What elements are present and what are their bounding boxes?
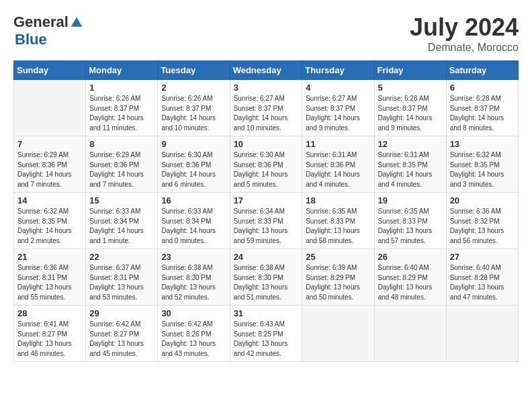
- day-number: 22: [89, 252, 154, 262]
- calendar-cell: 21Sunrise: 6:36 AM Sunset: 8:31 PM Dayli…: [14, 249, 86, 306]
- day-header-friday: Friday: [374, 61, 446, 80]
- title-block: July 2024 Demnate, Morocco: [410, 13, 519, 54]
- calendar-cell: 14Sunrise: 6:32 AM Sunset: 8:35 PM Dayli…: [14, 193, 86, 249]
- day-number: 9: [161, 139, 226, 149]
- calendar-cell: 3Sunrise: 6:27 AM Sunset: 8:37 PM Daylig…: [230, 80, 302, 136]
- day-number: 27: [450, 252, 515, 262]
- day-info: Sunrise: 6:33 AM Sunset: 8:34 PM Dayligh…: [89, 207, 154, 246]
- day-number: 18: [306, 195, 370, 205]
- day-number: 12: [378, 139, 443, 149]
- calendar-cell: 18Sunrise: 6:35 AM Sunset: 8:33 PM Dayli…: [302, 193, 374, 249]
- day-number: 14: [17, 195, 82, 205]
- day-info: Sunrise: 6:33 AM Sunset: 8:34 PM Dayligh…: [161, 207, 226, 246]
- day-number: 21: [17, 252, 82, 262]
- calendar-cell: 17Sunrise: 6:34 AM Sunset: 8:33 PM Dayli…: [230, 193, 302, 249]
- day-info: Sunrise: 6:42 AM Sunset: 8:26 PM Dayligh…: [161, 320, 226, 359]
- day-info: Sunrise: 6:36 AM Sunset: 8:32 PM Dayligh…: [450, 207, 515, 246]
- calendar-cell: 28Sunrise: 6:41 AM Sunset: 8:27 PM Dayli…: [14, 306, 86, 362]
- calendar-week-3: 14Sunrise: 6:32 AM Sunset: 8:35 PM Dayli…: [14, 193, 519, 249]
- day-info: Sunrise: 6:35 AM Sunset: 8:33 PM Dayligh…: [306, 207, 370, 246]
- calendar-cell: 23Sunrise: 6:38 AM Sunset: 8:30 PM Dayli…: [158, 249, 230, 306]
- day-number: 30: [161, 308, 226, 318]
- day-number: 2: [161, 83, 226, 93]
- day-info: Sunrise: 6:38 AM Sunset: 8:30 PM Dayligh…: [234, 263, 299, 302]
- day-info: Sunrise: 6:30 AM Sunset: 8:36 PM Dayligh…: [234, 150, 299, 189]
- day-info: Sunrise: 6:34 AM Sunset: 8:33 PM Dayligh…: [234, 207, 299, 246]
- day-header-monday: Monday: [86, 61, 158, 80]
- day-info: Sunrise: 6:43 AM Sunset: 8:25 PM Dayligh…: [234, 320, 299, 359]
- day-number: 26: [378, 252, 443, 262]
- day-info: Sunrise: 6:27 AM Sunset: 8:37 PM Dayligh…: [306, 94, 370, 133]
- logo: General Blue: [13, 13, 83, 48]
- day-info: Sunrise: 6:31 AM Sunset: 8:36 PM Dayligh…: [306, 150, 370, 189]
- day-number: 31: [234, 308, 299, 318]
- day-header-thursday: Thursday: [302, 61, 374, 80]
- day-info: Sunrise: 6:36 AM Sunset: 8:31 PM Dayligh…: [17, 263, 82, 302]
- day-info: Sunrise: 6:42 AM Sunset: 8:27 PM Dayligh…: [89, 320, 154, 359]
- day-number: 13: [450, 139, 515, 149]
- calendar-cell: 13Sunrise: 6:32 AM Sunset: 8:35 PM Dayli…: [446, 136, 518, 193]
- calendar-week-5: 28Sunrise: 6:41 AM Sunset: 8:27 PM Dayli…: [14, 306, 519, 362]
- day-number: 16: [161, 195, 226, 205]
- day-number: 3: [234, 83, 299, 93]
- day-info: Sunrise: 6:29 AM Sunset: 8:36 PM Dayligh…: [17, 150, 82, 189]
- calendar-cell: 24Sunrise: 6:38 AM Sunset: 8:30 PM Dayli…: [230, 249, 302, 306]
- month-title: July 2024: [410, 13, 519, 42]
- calendar-cell: [302, 306, 374, 362]
- calendar-cell: 20Sunrise: 6:36 AM Sunset: 8:32 PM Dayli…: [446, 193, 518, 249]
- calendar-cell: 8Sunrise: 6:29 AM Sunset: 8:36 PM Daylig…: [86, 136, 158, 193]
- calendar-cell: [374, 306, 446, 362]
- day-header-tuesday: Tuesday: [158, 61, 230, 80]
- day-info: Sunrise: 6:29 AM Sunset: 8:36 PM Dayligh…: [89, 150, 154, 189]
- logo-icon: [70, 15, 83, 29]
- day-number: 11: [306, 139, 370, 149]
- calendar-cell: 10Sunrise: 6:30 AM Sunset: 8:36 PM Dayli…: [230, 136, 302, 193]
- day-info: Sunrise: 6:38 AM Sunset: 8:30 PM Dayligh…: [161, 263, 226, 302]
- day-header-sunday: Sunday: [14, 61, 86, 80]
- location: Demnate, Morocco: [410, 42, 519, 54]
- calendar-cell: 6Sunrise: 6:28 AM Sunset: 8:37 PM Daylig…: [446, 80, 518, 136]
- day-info: Sunrise: 6:40 AM Sunset: 8:29 PM Dayligh…: [378, 263, 443, 302]
- logo-general-text: General: [13, 13, 69, 31]
- calendar-cell: 4Sunrise: 6:27 AM Sunset: 8:37 PM Daylig…: [302, 80, 374, 136]
- calendar-cell: 12Sunrise: 6:31 AM Sunset: 8:35 PM Dayli…: [374, 136, 446, 193]
- day-number: 20: [450, 195, 515, 205]
- day-info: Sunrise: 6:28 AM Sunset: 8:37 PM Dayligh…: [450, 94, 515, 133]
- calendar-week-1: 1Sunrise: 6:26 AM Sunset: 8:37 PM Daylig…: [14, 80, 519, 136]
- day-info: Sunrise: 6:32 AM Sunset: 8:35 PM Dayligh…: [450, 150, 515, 189]
- calendar-cell: 1Sunrise: 6:26 AM Sunset: 8:37 PM Daylig…: [86, 80, 158, 136]
- day-info: Sunrise: 6:31 AM Sunset: 8:35 PM Dayligh…: [378, 150, 443, 189]
- day-info: Sunrise: 6:41 AM Sunset: 8:27 PM Dayligh…: [17, 320, 82, 359]
- day-number: 25: [306, 252, 370, 262]
- calendar-cell: 2Sunrise: 6:26 AM Sunset: 8:37 PM Daylig…: [158, 80, 230, 136]
- calendar-week-2: 7Sunrise: 6:29 AM Sunset: 8:36 PM Daylig…: [14, 136, 519, 193]
- page-header: General Blue July 2024 Demnate, Morocco: [13, 13, 519, 54]
- day-number: 29: [89, 308, 154, 318]
- calendar-cell: [14, 80, 86, 136]
- day-info: Sunrise: 6:32 AM Sunset: 8:35 PM Dayligh…: [17, 207, 82, 246]
- day-number: 15: [89, 195, 154, 205]
- calendar-cell: 19Sunrise: 6:35 AM Sunset: 8:33 PM Dayli…: [374, 193, 446, 249]
- svg-marker-0: [71, 17, 83, 27]
- calendar-cell: 30Sunrise: 6:42 AM Sunset: 8:26 PM Dayli…: [158, 306, 230, 362]
- calendar-cell: 22Sunrise: 6:37 AM Sunset: 8:31 PM Dayli…: [86, 249, 158, 306]
- day-number: 8: [89, 139, 154, 149]
- day-number: 28: [17, 308, 82, 318]
- calendar-cell: 16Sunrise: 6:33 AM Sunset: 8:34 PM Dayli…: [158, 193, 230, 249]
- day-number: 4: [306, 83, 370, 93]
- day-info: Sunrise: 6:28 AM Sunset: 8:37 PM Dayligh…: [378, 94, 443, 133]
- calendar-cell: 9Sunrise: 6:30 AM Sunset: 8:36 PM Daylig…: [158, 136, 230, 193]
- day-number: 5: [378, 83, 443, 93]
- day-number: 6: [450, 83, 515, 93]
- day-number: 19: [378, 195, 443, 205]
- day-info: Sunrise: 6:40 AM Sunset: 8:28 PM Dayligh…: [450, 263, 515, 302]
- day-info: Sunrise: 6:37 AM Sunset: 8:31 PM Dayligh…: [89, 263, 154, 302]
- calendar-cell: 7Sunrise: 6:29 AM Sunset: 8:36 PM Daylig…: [14, 136, 86, 193]
- day-number: 23: [161, 252, 226, 262]
- calendar-cell: 15Sunrise: 6:33 AM Sunset: 8:34 PM Dayli…: [86, 193, 158, 249]
- calendar-cell: 11Sunrise: 6:31 AM Sunset: 8:36 PM Dayli…: [302, 136, 374, 193]
- day-number: 24: [234, 252, 299, 262]
- day-number: 10: [234, 139, 299, 149]
- day-info: Sunrise: 6:35 AM Sunset: 8:33 PM Dayligh…: [378, 207, 443, 246]
- logo-blue-text: Blue: [15, 31, 47, 48]
